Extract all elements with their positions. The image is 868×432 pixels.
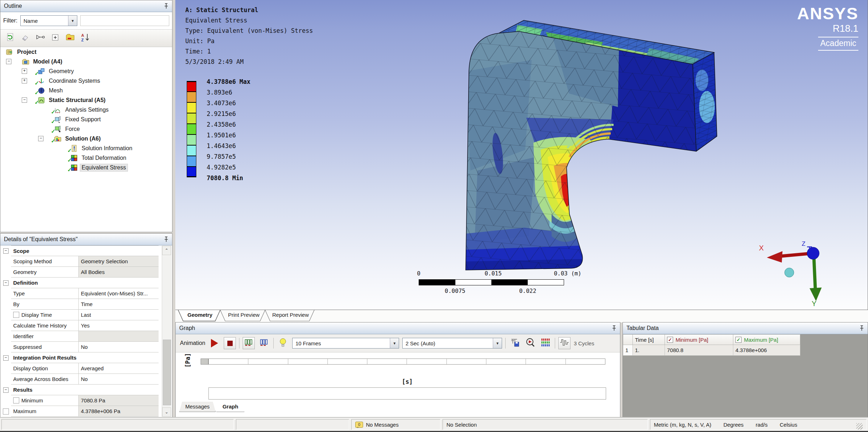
details-title: Details of "Equivalent Stress": [4, 236, 78, 243]
legend-band: [187, 92, 196, 102]
tree-item-solution-information[interactable]: ✓ Solution Information: [0, 143, 172, 153]
filter-mode-select[interactable]: Name ▼: [20, 15, 77, 26]
details-prop-value[interactable]: Last: [79, 310, 159, 320]
filter-text-input[interactable]: [80, 15, 169, 26]
details-prop-value[interactable]: No: [79, 342, 159, 352]
eraser-button[interactable]: [20, 32, 31, 44]
timeline-track[interactable]: [208, 359, 605, 365]
tree-item-project[interactable]: Project: [0, 47, 172, 57]
collapse-box[interactable]: −: [3, 387, 9, 393]
coordinate-systems-icon: ✓: [38, 77, 45, 85]
details-category: Integration Point Results: [11, 352, 159, 363]
collapse-folder-button[interactable]: [64, 32, 76, 44]
column-header-maximum[interactable]: ✓ Maximum [Pa]: [733, 334, 800, 345]
collapse-box[interactable]: −: [38, 136, 43, 141]
play-button[interactable]: [208, 337, 221, 349]
tree-item-analysis-settings[interactable]: ✓ Analysis Settings: [0, 105, 172, 115]
duration-select[interactable]: 2 Sec (Auto) ▼: [402, 338, 502, 349]
cell-minimum[interactable]: 7080.8: [665, 345, 733, 356]
tabular-header: Tabular Data: [623, 322, 868, 334]
export-video-button[interactable]: [509, 337, 521, 349]
filter-flow-button[interactable]: [35, 32, 46, 44]
timeline-handle[interactable]: [201, 359, 208, 365]
project-icon: [6, 49, 13, 56]
tree-item-model[interactable]: − Model (A4): [0, 57, 172, 66]
tab-geometry[interactable]: Geometry: [187, 312, 212, 318]
cell-time[interactable]: 1.: [633, 345, 665, 356]
tree-item-fixed-support[interactable]: ✓ Fixed Support: [0, 115, 172, 124]
scale-label: 0: [413, 270, 424, 277]
time-steps-button[interactable]: [258, 337, 270, 349]
refresh-button[interactable]: [5, 32, 16, 44]
frames-value: 10 Frames: [293, 340, 390, 346]
expand-box[interactable]: +: [22, 68, 27, 74]
tab-report-preview[interactable]: Report Preview: [272, 312, 309, 318]
geometry-viewport[interactable]: A: Static Structural Equivalent Stress T…: [175, 0, 868, 310]
triad-axes-icon: [756, 231, 856, 308]
collapse-box[interactable]: −: [6, 59, 11, 64]
checkbox[interactable]: [13, 312, 19, 318]
tree-item-equivalent-stress[interactable]: ✓ Equivalent Stress: [0, 163, 172, 172]
status-messages[interactable]: 0 No Messages: [351, 419, 440, 430]
pin-icon[interactable]: [859, 325, 864, 331]
update-graph-button[interactable]: [277, 337, 289, 349]
cell-maximum[interactable]: 4.3788e+006: [733, 345, 800, 356]
details-prop-value[interactable]: Averaged: [79, 363, 159, 374]
tree-item-force[interactable]: ✓ Force: [0, 124, 172, 134]
pin-icon[interactable]: [611, 325, 616, 331]
collapse-box[interactable]: −: [3, 355, 9, 361]
details-prop-value[interactable]: [79, 331, 159, 342]
pin-icon[interactable]: [164, 236, 169, 243]
column-header-minimum[interactable]: ✓ Minimum [Pa]: [665, 334, 733, 345]
row-index[interactable]: 1: [623, 345, 633, 356]
details-prop-value[interactable]: Time: [79, 299, 159, 310]
tab-messages[interactable]: Messages: [179, 402, 216, 412]
collapse-box[interactable]: −: [3, 280, 9, 286]
scale-bar: [419, 279, 564, 285]
sort-az-button[interactable]: AZ: [79, 32, 91, 44]
details-scrollbar[interactable]: ⌃ ⌄: [162, 246, 171, 417]
collapse-box[interactable]: −: [3, 248, 9, 254]
chevron-down-icon[interactable]: ▼: [493, 338, 502, 348]
legend-label: 2.9215e6: [207, 110, 236, 117]
frames-select[interactable]: 10 Frames ▼: [292, 338, 399, 349]
result-grid-button[interactable]: [539, 337, 552, 349]
expand-box[interactable]: +: [22, 78, 27, 83]
scroll-down-icon[interactable]: ⌄: [162, 407, 171, 417]
checkbox-checked[interactable]: ✓: [735, 337, 742, 343]
tree-item-solution[interactable]: − ✓ Solution (A6): [0, 134, 172, 143]
details-prop-value[interactable]: Equivalent (von-Mises) Str...: [79, 288, 159, 299]
tab-graph[interactable]: Graph: [216, 401, 244, 412]
graph-header: Graph: [176, 322, 620, 334]
legend-band: [187, 81, 196, 92]
checkbox[interactable]: [13, 397, 19, 403]
pin-icon[interactable]: [164, 3, 169, 9]
result-sets-button[interactable]: [243, 337, 255, 349]
tab-print-preview[interactable]: Print Preview: [228, 312, 259, 318]
zoom-animation-button[interactable]: [524, 337, 536, 349]
expand-all-button[interactable]: [50, 32, 61, 44]
cycles-button[interactable]: [558, 337, 570, 349]
checkbox[interactable]: [3, 408, 9, 415]
checkbox-checked[interactable]: ✓: [667, 337, 673, 343]
chevron-down-icon[interactable]: ▼: [390, 338, 399, 348]
chevron-down-icon[interactable]: ▼: [68, 16, 77, 26]
details-prop-value[interactable]: Yes: [79, 320, 159, 331]
tree-item-total-deformation[interactable]: ✓ Total Deformation: [0, 153, 172, 163]
column-header-time[interactable]: Time [s]: [633, 334, 665, 345]
scroll-up-icon[interactable]: ⌃: [162, 246, 171, 255]
collapse-box[interactable]: −: [22, 97, 27, 103]
check-icon: ✓: [35, 80, 39, 86]
geometry-icon: ✓: [38, 68, 45, 75]
triad[interactable]: X Y Z: [756, 231, 856, 308]
stop-button[interactable]: [224, 337, 236, 349]
resize-grip[interactable]: [856, 423, 863, 430]
collapse-folder-icon: [65, 33, 75, 44]
details-prop-value[interactable]: No: [79, 374, 159, 385]
tree-item-mesh[interactable]: ✓ Mesh: [0, 86, 172, 95]
tree-item-geometry[interactable]: + ✓ Geometry: [0, 66, 172, 76]
tree-item-coordinate-systems[interactable]: + ✓ Coordinate Systems: [0, 76, 172, 86]
tree-item-static-structural[interactable]: − ✓ Static Structural (A5): [0, 95, 172, 105]
scrollbar-thumb[interactable]: [163, 340, 171, 405]
legend-label: 3.893e6: [207, 89, 232, 96]
